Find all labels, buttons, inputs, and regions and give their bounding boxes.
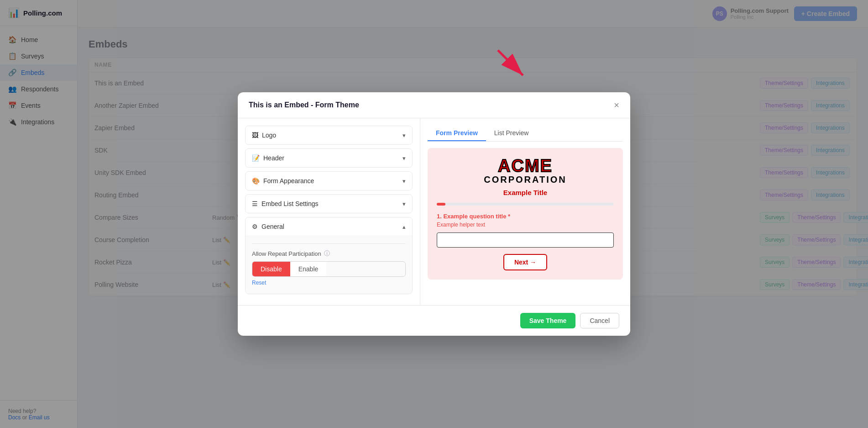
repeat-participation-label: Allow Repeat Participation ⓘ — [252, 249, 406, 258]
accordion-form-appearance: 🎨 Form Appearance ▾ — [245, 171, 413, 190]
accordion-embed-list: ☰ Embed List Settings ▾ — [245, 194, 413, 213]
list-preview-tab[interactable]: List Preview — [486, 126, 537, 141]
logo-accordion-icon: 🖼 — [252, 132, 258, 139]
form-preview-tab[interactable]: Form Preview — [428, 126, 486, 141]
reset-link[interactable]: Reset — [252, 280, 266, 286]
form-appearance-label: Form Appearance — [263, 177, 314, 185]
general-icon: ⚙ — [252, 223, 258, 230]
modal-right-panel: Form Preview List Preview ACME CORPORATI… — [420, 118, 630, 305]
helper-text: Example helper text — [437, 222, 614, 228]
logo-accordion-label: Logo — [262, 132, 276, 139]
required-asterisk: * — [508, 213, 510, 220]
progress-bar — [437, 203, 614, 206]
accordion-general-header[interactable]: ⚙ General ▴ — [246, 217, 412, 236]
chevron-down-icon: ▾ — [403, 178, 406, 185]
red-arrow-indicator — [489, 41, 534, 87]
accordion-embed-list-header[interactable]: ☰ Embed List Settings ▾ — [246, 195, 412, 213]
chevron-down-icon: ▾ — [403, 201, 406, 207]
embed-list-label: Embed List Settings — [261, 200, 319, 207]
acme-text-acme: ACME — [437, 157, 614, 174]
repeat-toggle-group: Disable Enable — [252, 261, 406, 277]
chevron-down-icon: ▾ — [403, 155, 406, 162]
accordion-general: ⚙ General ▴ Allow Repeat Participation ⓘ… — [245, 217, 413, 294]
answer-input[interactable] — [437, 232, 614, 248]
disable-toggle-button[interactable]: Disable — [252, 262, 290, 276]
accordion-form-appearance-header[interactable]: 🎨 Form Appearance ▾ — [246, 172, 412, 190]
modal-body: 🖼 Logo ▾ 📝 Header ▾ — [238, 118, 630, 305]
acme-text-corp: CORPORATION — [437, 174, 614, 185]
accordion-logo-header[interactable]: 🖼 Logo ▾ — [246, 126, 412, 144]
repeat-label-text: Allow Repeat Participation — [252, 250, 321, 257]
accordion-header-header[interactable]: 📝 Header ▾ — [246, 149, 412, 167]
accordion-general-content: Allow Repeat Participation ⓘ Disable Ena… — [246, 236, 412, 294]
modal-title: This is an Embed - Form Theme — [249, 101, 359, 109]
header-accordion-icon: 📝 — [252, 154, 260, 162]
modal-footer: Save Theme Cancel — [238, 305, 630, 336]
accordion-logo: 🖼 Logo ▾ — [245, 126, 413, 145]
next-label: Next → — [514, 259, 536, 266]
modal-header: This is an Embed - Form Theme × — [238, 92, 630, 118]
header-accordion-label: Header — [263, 154, 284, 162]
form-preview-area: ACME CORPORATION Example Title 1. Exampl… — [428, 148, 623, 280]
modal-close-button[interactable]: × — [614, 100, 619, 110]
preview-tabs: Form Preview List Preview — [428, 126, 623, 142]
acme-logo: ACME CORPORATION — [437, 157, 614, 185]
modal-dialog: This is an Embed - Form Theme × 🖼 Logo ▾ — [238, 92, 630, 336]
example-title: Example Title — [437, 189, 614, 196]
modal-overlay: This is an Embed - Form Theme × 🖼 Logo ▾ — [0, 0, 868, 428]
general-label: General — [261, 223, 284, 230]
modal-left-panel: 🖼 Logo ▾ 📝 Header ▾ — [238, 118, 420, 305]
next-button-preview[interactable]: Next → — [503, 254, 547, 270]
info-icon[interactable]: ⓘ — [324, 249, 330, 258]
chevron-down-icon: ▾ — [403, 132, 406, 139]
chevron-up-icon: ▴ — [403, 223, 406, 230]
accordion-header: 📝 Header ▾ — [245, 148, 413, 168]
question-label: 1. Example question title — [437, 213, 508, 220]
cancel-button[interactable]: Cancel — [580, 313, 619, 328]
svg-line-1 — [498, 50, 523, 75]
progress-fill — [437, 203, 445, 206]
embed-list-icon: ☰ — [252, 200, 258, 207]
form-appearance-icon: 🎨 — [252, 177, 260, 185]
save-theme-button[interactable]: Save Theme — [520, 313, 576, 328]
enable-toggle-button[interactable]: Enable — [290, 262, 327, 276]
question-text: 1. Example question title * — [437, 213, 614, 220]
